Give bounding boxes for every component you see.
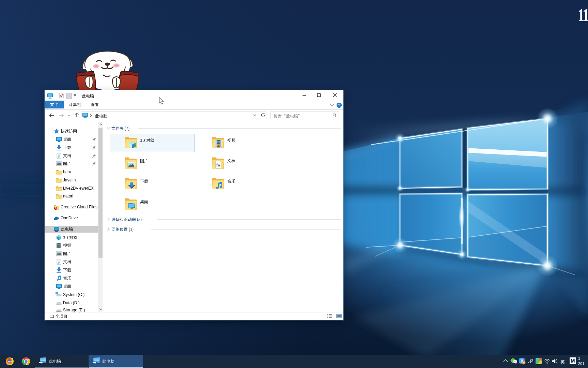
svg-text:?: ? [338,103,340,107]
